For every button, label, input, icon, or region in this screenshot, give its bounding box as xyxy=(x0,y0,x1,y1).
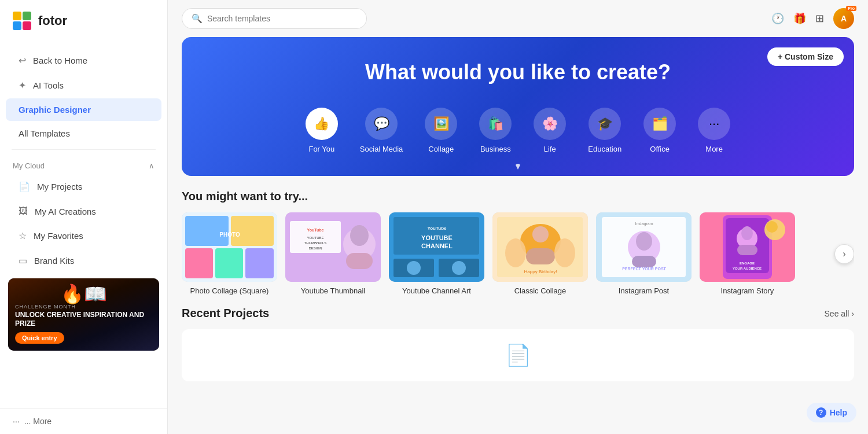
sidebar-ai-tools[interactable]: ✦ AI Tools xyxy=(6,73,161,97)
topbar: 🔍 🕐 🎁 ⊞ A Pro xyxy=(168,0,868,37)
category-item-education[interactable]: 🎓 Education xyxy=(580,102,630,159)
hero-indicator xyxy=(199,159,837,170)
category-circle-office: 🗂️ xyxy=(643,108,676,140)
category-item-more[interactable]: ··· More xyxy=(690,102,738,159)
see-all-button[interactable]: See all › xyxy=(825,309,854,318)
category-icon-more: ··· xyxy=(709,116,719,131)
sidebar-my-projects[interactable]: 📄 My Projects xyxy=(6,175,161,198)
svg-rect-34 xyxy=(526,248,555,264)
category-item-life[interactable]: 🌸 Life xyxy=(525,102,574,159)
sidebar-my-favorites[interactable]: ☆ My Favorites xyxy=(6,224,161,248)
fotor-logo-icon xyxy=(12,10,32,31)
category-icon-business: 🛍️ xyxy=(488,116,503,131)
back-label: Back to Home xyxy=(33,56,87,65)
recent-section: Recent Projects See all › 📄 xyxy=(168,307,868,393)
category-label-business: Business xyxy=(480,145,511,153)
svg-point-54 xyxy=(766,221,778,233)
ad-flames-icon: 🔥📖 xyxy=(61,283,107,305)
category-item-collage[interactable]: 🖼️ Collage xyxy=(417,102,465,159)
grid-button[interactable]: ⊞ xyxy=(815,12,824,25)
svg-point-19 xyxy=(350,225,369,246)
custom-size-button[interactable]: + Custom Size xyxy=(767,47,844,66)
sidebar-ad-content: Challenge Month UNLOCK CREATIVE INSPIRAT… xyxy=(15,304,152,344)
recent-section-header: Recent Projects See all › xyxy=(182,307,854,320)
svg-point-35 xyxy=(505,238,526,267)
main-content: 🔍 🕐 🎁 ⊞ A Pro + Custom Size What would y… xyxy=(168,0,868,434)
svg-rect-6 xyxy=(185,216,229,246)
my-cloud-section[interactable]: My Cloud ∧ xyxy=(0,155,167,174)
try-section: You might want to try... PHOTO Photo Col… xyxy=(168,190,868,307)
category-label-office: Office xyxy=(650,145,670,153)
category-label-for-you: For You xyxy=(308,145,334,153)
template-name-classic-collage: Classic Collage xyxy=(492,286,588,295)
sidebar-my-ai-creations[interactable]: 🖼 My AI Creations xyxy=(6,200,161,223)
svg-point-28 xyxy=(407,261,421,275)
category-icons: 👍 For You 💬 Social Media 🖼️ Collage 🛍️ B… xyxy=(199,102,837,159)
hero-indicator-dot xyxy=(515,164,521,170)
logo-area[interactable]: fotor xyxy=(0,0,167,42)
sidebar-all-templates[interactable]: All Templates xyxy=(6,122,161,145)
pro-badge: Pro xyxy=(846,6,856,11)
sidebar-more[interactable]: ··· ... More xyxy=(0,408,167,434)
help-label: Help xyxy=(830,408,847,417)
ai-tools-icon: ✦ xyxy=(19,80,26,91)
category-icon-collage: 🖼️ xyxy=(433,116,449,131)
search-bar[interactable]: 🔍 xyxy=(182,8,367,29)
sidebar-divider-1 xyxy=(12,149,156,150)
graphic-designer-label: Graphic Designer xyxy=(19,105,91,115)
category-circle-social-media: 💬 xyxy=(365,108,398,140)
category-icon-office: 🗂️ xyxy=(652,116,668,131)
sidebar-back-home[interactable]: ↩ Back to Home xyxy=(6,49,161,72)
category-item-office[interactable]: 🗂️ Office xyxy=(635,102,684,159)
template-card-instagram-story[interactable]: ENGAGE YOUR AUDIENCE Instagram Story xyxy=(700,212,795,295)
svg-rect-2 xyxy=(23,12,31,20)
svg-text:YouTube: YouTube xyxy=(307,228,324,232)
category-circle-more: ··· xyxy=(698,108,730,140)
svg-text:YOUTUBE: YOUTUBE xyxy=(421,234,453,241)
svg-rect-7 xyxy=(231,216,274,246)
category-label-collage: Collage xyxy=(428,145,454,153)
sidebar-graphic-designer[interactable]: Graphic Designer xyxy=(6,98,161,121)
template-card-yt-thumbnail[interactable]: YouTube YOUTUBE THUMBNAILS DESIGN Youtub… xyxy=(285,212,381,295)
back-icon: ↩ xyxy=(19,55,26,66)
templates-next-button[interactable]: › xyxy=(834,244,854,264)
my-favorites-label: My Favorites xyxy=(34,231,83,241)
category-item-for-you[interactable]: 👍 For You xyxy=(297,102,346,159)
search-input[interactable] xyxy=(207,14,357,23)
sidebar-brand-kits[interactable]: ▭ Brand Kits xyxy=(6,249,161,273)
ai-tools-label: AI Tools xyxy=(33,80,64,90)
topbar-actions: 🕐 🎁 ⊞ A Pro xyxy=(771,8,854,29)
category-item-business[interactable]: 🛍️ Business xyxy=(471,102,520,159)
template-name-instagram-story: Instagram Story xyxy=(700,286,795,295)
svg-point-33 xyxy=(532,226,549,242)
svg-text:PHOTO: PHOTO xyxy=(219,231,240,238)
svg-text:Instagram: Instagram xyxy=(635,222,653,226)
search-icon: 🔍 xyxy=(192,13,203,24)
gift-button[interactable]: 🎁 xyxy=(793,12,806,25)
try-section-header: You might want to try... xyxy=(182,190,854,203)
template-thumb-yt-thumbnail: YouTube YOUTUBE THUMBNAILS DESIGN xyxy=(285,212,381,282)
svg-rect-9 xyxy=(215,248,243,278)
svg-point-49 xyxy=(741,226,753,240)
favorites-icon: ☆ xyxy=(19,230,27,241)
brand-kits-label: Brand Kits xyxy=(34,256,74,266)
template-card-classic-collage[interactable]: Happy Birthday! Classic Collage xyxy=(492,212,588,295)
sidebar-ad[interactable]: 🔥📖 Challenge Month UNLOCK CREATIVE INSPI… xyxy=(8,278,159,351)
avatar[interactable]: A Pro xyxy=(833,8,854,29)
svg-text:PERFECT YOUR POST: PERFECT YOUR POST xyxy=(622,267,666,271)
template-card-photo-collage[interactable]: PHOTO Photo Collage (Square) xyxy=(182,212,277,295)
svg-text:YOUR AUDIENCE: YOUR AUDIENCE xyxy=(733,267,762,270)
history-button[interactable]: 🕐 xyxy=(771,12,784,25)
ad-quick-entry-button[interactable]: Quick entry xyxy=(15,332,64,344)
see-all-label: See all xyxy=(825,309,849,318)
all-templates-label: All Templates xyxy=(19,128,70,138)
template-card-instagram-post[interactable]: Instagram PERFECT YOUR POST Instagram Po… xyxy=(596,212,692,295)
category-item-social-media[interactable]: 💬 Social Media xyxy=(352,102,411,159)
template-thumb-classic-collage: Happy Birthday! xyxy=(492,212,588,282)
my-projects-label: My Projects xyxy=(37,182,82,192)
logo-text: fotor xyxy=(38,13,67,28)
template-card-yt-channel[interactable]: YouTube YOUTUBE CHANNEL Youtube Channel … xyxy=(389,212,484,295)
template-thumb-instagram-post: Instagram PERFECT YOUR POST xyxy=(596,212,692,282)
help-button[interactable]: ? Help xyxy=(807,403,856,422)
brand-kits-icon: ▭ xyxy=(19,255,27,266)
